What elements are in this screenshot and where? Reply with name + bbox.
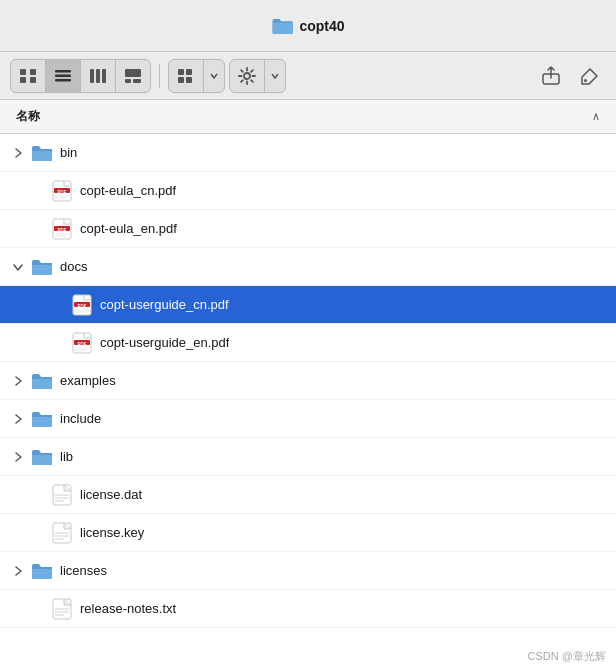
- file-name-label: bin: [60, 145, 77, 160]
- arrange-arrow[interactable]: [204, 60, 224, 92]
- list-item[interactable]: include: [0, 400, 616, 438]
- folder-file-icon: [31, 562, 53, 580]
- watermark: CSDN @章光辉: [528, 649, 606, 664]
- grid-icon: [19, 68, 37, 84]
- svg-rect-3: [30, 77, 36, 83]
- svg-rect-5: [55, 74, 71, 77]
- file-type-icon: [30, 561, 54, 581]
- folder-file-icon: [31, 410, 53, 428]
- view-icon-button[interactable]: [11, 59, 46, 93]
- action-dropdown-arrow: [271, 72, 279, 80]
- expand-arrow-icon[interactable]: [10, 145, 26, 161]
- svg-rect-6: [55, 79, 71, 82]
- expand-arrow-icon: [50, 335, 66, 351]
- title-bar-center: copt40: [271, 17, 344, 35]
- gear-icon: [238, 67, 256, 85]
- expand-arrow-icon: [50, 297, 66, 313]
- arrange-button-group: [168, 59, 225, 93]
- file-name-label: lib: [60, 449, 73, 464]
- share-icon: [541, 66, 561, 86]
- tag-icon: [579, 67, 599, 85]
- file-list: bin PDF copt-eula_cn.pdf PDF copt-eula_e…: [0, 134, 616, 672]
- svg-rect-4: [55, 70, 71, 73]
- list-item[interactable]: docs: [0, 248, 616, 286]
- expand-arrow-icon[interactable]: [10, 259, 26, 275]
- file-type-icon: PDF: [70, 295, 94, 315]
- action-button-group: [229, 59, 286, 93]
- list-item[interactable]: PDF copt-eula_en.pdf: [0, 210, 616, 248]
- file-type-icon: [30, 409, 54, 429]
- action-main[interactable]: [230, 60, 265, 92]
- svg-text:PDF: PDF: [58, 189, 67, 194]
- expand-arrow-icon: [30, 221, 46, 237]
- pdf-file-icon: PDF: [72, 294, 92, 316]
- arrange-main[interactable]: [169, 60, 204, 92]
- generic-file-icon: [52, 484, 72, 506]
- svg-rect-11: [125, 79, 131, 83]
- expand-arrow-icon[interactable]: [10, 373, 26, 389]
- view-columns-button[interactable]: [81, 59, 116, 93]
- file-type-icon: [30, 447, 54, 467]
- svg-rect-1: [30, 69, 36, 75]
- expand-arrow-icon: [30, 487, 46, 503]
- svg-text:PDF: PDF: [78, 341, 87, 346]
- file-type-icon: [30, 371, 54, 391]
- svg-rect-15: [178, 77, 184, 83]
- expand-arrow-icon: [30, 183, 46, 199]
- list-item[interactable]: lib: [0, 438, 616, 476]
- toolbar: [0, 52, 616, 100]
- svg-rect-12: [133, 79, 141, 83]
- list-item[interactable]: license.dat: [0, 476, 616, 514]
- sort-arrow-icon: ∧: [592, 110, 600, 123]
- file-name-label: examples: [60, 373, 116, 388]
- file-name-label: license.dat: [80, 487, 142, 502]
- columns-icon: [89, 68, 107, 84]
- file-type-icon: [50, 599, 74, 619]
- list-item[interactable]: license.key: [0, 514, 616, 552]
- list-item[interactable]: PDF copt-userguide_en.pdf: [0, 324, 616, 362]
- tag-button[interactable]: [572, 59, 606, 93]
- share-button[interactable]: [534, 59, 568, 93]
- folder-file-icon: [31, 448, 53, 466]
- list-item[interactable]: PDF copt-userguide_cn.pdf: [0, 286, 616, 324]
- list-icon: [54, 68, 72, 84]
- list-item[interactable]: release-notes.txt: [0, 590, 616, 628]
- view-gallery-button[interactable]: [116, 59, 150, 93]
- svg-rect-7: [90, 69, 94, 83]
- file-type-icon: PDF: [70, 333, 94, 353]
- folder-file-icon: [31, 258, 53, 276]
- pdf-file-icon: PDF: [52, 218, 72, 240]
- title-folder-icon: [271, 17, 293, 35]
- svg-text:PDF: PDF: [58, 227, 67, 232]
- svg-rect-0: [20, 69, 26, 75]
- expand-arrow-icon[interactable]: [10, 449, 26, 465]
- view-list-button[interactable]: [46, 59, 81, 93]
- list-item[interactable]: PDF copt-eula_cn.pdf: [0, 172, 616, 210]
- expand-arrow-icon: [30, 525, 46, 541]
- expand-arrow-icon[interactable]: [10, 411, 26, 427]
- folder-file-icon: [31, 144, 53, 162]
- svg-rect-2: [20, 77, 26, 83]
- arrange-dropdown-arrow: [210, 72, 218, 80]
- list-item[interactable]: examples: [0, 362, 616, 400]
- arrange-icon: [177, 68, 195, 84]
- action-arrow[interactable]: [265, 60, 285, 92]
- view-mode-group: [10, 59, 151, 93]
- pdf-file-icon: PDF: [72, 332, 92, 354]
- file-name-label: docs: [60, 259, 87, 274]
- file-type-icon: [30, 143, 54, 163]
- file-name-label: copt-eula_en.pdf: [80, 221, 177, 236]
- svg-rect-16: [186, 77, 192, 83]
- list-item[interactable]: licenses: [0, 552, 616, 590]
- expand-arrow-icon: [30, 601, 46, 617]
- title-bar: copt40: [0, 0, 616, 52]
- svg-rect-14: [186, 69, 192, 75]
- list-item[interactable]: bin: [0, 134, 616, 172]
- expand-arrow-icon[interactable]: [10, 563, 26, 579]
- column-header[interactable]: 名称 ∧: [0, 100, 616, 134]
- file-type-icon: [30, 257, 54, 277]
- pdf-file-icon: PDF: [52, 180, 72, 202]
- file-name-label: include: [60, 411, 101, 426]
- svg-rect-9: [102, 69, 106, 83]
- svg-text:PDF: PDF: [78, 303, 87, 308]
